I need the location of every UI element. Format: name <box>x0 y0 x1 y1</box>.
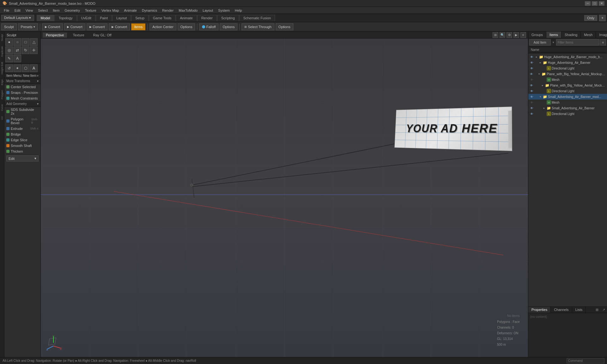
filter-options-button[interactable]: ≡ <box>600 39 606 46</box>
sds-subdivide-item[interactable]: SDS Subdivide 2x <box>4 107 40 116</box>
polygon-bevel-item[interactable]: Polygon Bevel Shift-B <box>4 116 40 126</box>
eye-icon-11[interactable]: 👁 <box>530 112 534 116</box>
add-layout-button[interactable]: + <box>599 15 606 21</box>
tree-arrow-2[interactable]: ▸ <box>538 61 542 64</box>
add-item-dropdown[interactable]: ▾ <box>553 41 554 44</box>
tree-arrow-10[interactable]: ▸ <box>542 106 546 110</box>
minimize-button[interactable]: ─ <box>585 1 591 6</box>
tree-item-7[interactable]: 👁LDirectional Light <box>528 88 607 94</box>
eye-icon-4[interactable]: 👁 <box>530 72 534 76</box>
axis-widget[interactable]: X Y Z <box>46 335 63 352</box>
menu-item-vertex map[interactable]: Vertex Map <box>99 8 122 13</box>
smooth-shaft-item[interactable]: Smooth Shaft <box>4 143 40 149</box>
rb-tab-channels[interactable]: Channels <box>551 307 572 313</box>
eye-icon-9[interactable]: 👁 <box>530 100 534 105</box>
eye-icon-6[interactable]: 👁 <box>530 83 534 88</box>
menu-item-render[interactable]: Render <box>160 8 176 13</box>
layout-tab-uvedit[interactable]: UvEdit <box>77 15 95 21</box>
filter-input[interactable] <box>556 39 599 46</box>
menu-item-help[interactable]: Help <box>232 8 245 13</box>
eye-icon-8[interactable]: 👁 <box>530 94 534 99</box>
icon-btn-triangle[interactable]: △ <box>30 38 38 46</box>
tree-item-6[interactable]: 👁▸📁Plane_with_Big_Yellow_Aerial_Mockup_B… <box>528 82 607 88</box>
menu-item-dynamics[interactable]: Dynamics <box>139 8 160 13</box>
tree-item-10[interactable]: 👁▸📁Small_Advertising_Air_Banner <box>528 105 607 111</box>
bridge-item[interactable]: Bridge <box>4 131 40 137</box>
action-center-button[interactable]: Action Center <box>150 23 176 30</box>
icon-btn-cube[interactable]: □ <box>22 38 29 46</box>
items-button[interactable]: Items <box>131 23 145 30</box>
vp-icon-play[interactable]: ▶ <box>513 32 519 38</box>
tree-item-3[interactable]: 👁LDirectional Light <box>528 65 607 71</box>
vp-icon-menu[interactable]: ≡ <box>520 32 526 38</box>
vp-tab-perspective[interactable]: Perspective <box>43 33 67 38</box>
add-geometry-section[interactable]: Add Geometry ▾ <box>4 101 40 107</box>
icon-btn-cursor[interactable]: ✛ <box>30 46 38 54</box>
maximize-button[interactable]: □ <box>592 1 598 6</box>
menu-item-geometry[interactable]: Geometry <box>62 8 82 13</box>
extrude-item[interactable]: Extrude Shift-X <box>4 126 40 131</box>
rb-tab-properties[interactable]: Properties <box>528 307 551 313</box>
icon-btn-script[interactable]: A <box>14 55 21 62</box>
edit-dropdown[interactable]: Edit ▾ <box>6 155 39 161</box>
layout-tab-schematic-fusion[interactable]: Schematic Fusion <box>239 15 275 21</box>
layout-tab-setup[interactable]: Setup <box>131 15 149 21</box>
eye-icon-10[interactable]: 👁 <box>530 106 534 110</box>
right-tab-images[interactable]: Images <box>596 32 607 38</box>
tree-arrow-9[interactable] <box>542 100 546 104</box>
tree-item-11[interactable]: 👁LDirectional Light <box>528 111 607 117</box>
menu-item-file[interactable]: File <box>1 8 12 13</box>
tree-arrow-11[interactable] <box>542 112 546 116</box>
tree-item-1[interactable]: 👁▸📁Huge_Advertising_Air_Banner_modo_b... <box>528 54 607 60</box>
layout-tab-paint[interactable]: Paint <box>96 15 112 21</box>
vp-tab-texture[interactable]: Texture <box>70 33 87 38</box>
items-tree[interactable]: 👁▸📁Huge_Advertising_Air_Banner_modo_b...… <box>528 53 607 306</box>
convert-button-2[interactable]: ▶ Convert <box>64 23 85 30</box>
layout-tab-scripting[interactable]: Scripting <box>217 15 239 21</box>
tree-arrow-8[interactable]: ▾ <box>538 95 542 99</box>
eye-icon-1[interactable]: 👁 <box>530 55 534 59</box>
tree-item-9[interactable]: 👁MMesh <box>528 100 607 105</box>
vtab-polygon[interactable]: Polygon <box>0 88 4 102</box>
menu-item-texture[interactable]: Texture <box>83 8 99 13</box>
layout-tab-render[interactable]: Render <box>197 15 217 21</box>
right-tab-groups[interactable]: Groups <box>528 32 546 38</box>
menu-item-edit[interactable]: Edit <box>12 8 23 13</box>
vtab-uv[interactable]: UV <box>0 114 4 122</box>
tree-item-5[interactable]: 👁MMesh <box>528 77 607 82</box>
convert-button-1[interactable]: ▶ Convert <box>42 23 63 30</box>
default-layouts-dropdown[interactable]: Default Layouts ▾ <box>1 15 34 21</box>
layout-tab-game-tools[interactable]: Game Tools <box>149 15 176 21</box>
viewport-canvas[interactable]: YOUR AD HERE X Y Z <box>41 39 528 357</box>
vp-tab-raygl[interactable]: Ray GL: Off <box>90 33 115 38</box>
menu-item-view[interactable]: View <box>23 8 36 13</box>
presets-button[interactable]: Presets ▾ <box>18 23 38 30</box>
icon-btn-donut[interactable]: ◎ <box>5 46 13 54</box>
edge-slice-item[interactable]: Edge Slice <box>4 137 40 143</box>
expand-button[interactable]: ⊞ <box>594 307 600 313</box>
icon-btn-text[interactable]: A <box>30 64 38 72</box>
close-button[interactable]: ✕ <box>599 1 604 6</box>
falloff-button[interactable]: Falloff <box>199 23 218 30</box>
options-button-3[interactable]: Options <box>276 23 293 30</box>
vp-icon-settings[interactable]: ⚙ <box>506 32 512 38</box>
more-transforms-section[interactable]: More Transforms ▾ <box>4 78 40 84</box>
menu-item-layout[interactable]: Layout <box>200 8 216 13</box>
layout-tab-animate[interactable]: Animate <box>176 15 197 21</box>
icon-btn-magnet[interactable]: ✦ <box>14 64 21 72</box>
bottom-panel-icon[interactable]: ↗ <box>600 307 607 313</box>
viewport[interactable]: Perspective Texture Ray GL: Off ⊞ 🔍 ⚙ ▶ … <box>41 32 528 357</box>
menu-item-animate[interactable]: Animate <box>121 8 139 13</box>
tree-item-8[interactable]: 👁▾📁Small_Advertising_Air_Banner_mod... <box>528 94 607 100</box>
icon-btn-arrows[interactable]: ⇄ <box>14 46 21 54</box>
mesh-constraints-item[interactable]: Mesh Constraints <box>4 95 40 101</box>
menu-item-item[interactable]: Item <box>50 8 62 13</box>
convert-button-3[interactable]: ▶ Convert <box>87 23 108 30</box>
tree-arrow-1[interactable]: ▸ <box>535 55 538 59</box>
icon-btn-paint[interactable]: ⬡ <box>22 64 29 72</box>
right-tab-mesh[interactable]: Mesh <box>581 32 596 38</box>
vtab-curve[interactable]: Curve <box>0 102 4 113</box>
vtab-height-edit[interactable]: Height Edit <box>0 59 4 77</box>
convert-button-4[interactable]: ▶ Convert <box>109 23 130 30</box>
only-button[interactable]: Only <box>584 15 597 21</box>
